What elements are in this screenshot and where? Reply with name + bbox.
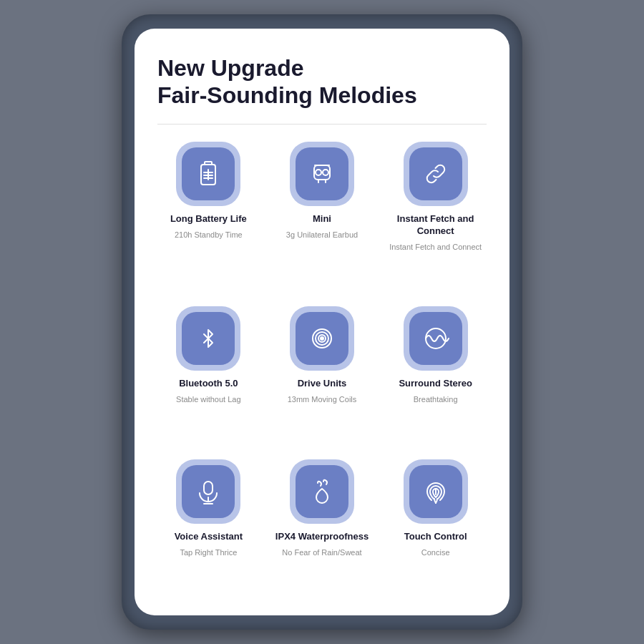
icon-outer-drive <box>290 306 354 371</box>
feature-desc-mini: 3g Unilateral Earbud <box>286 230 358 240</box>
feature-desc-surround: Breathtaking <box>414 394 458 404</box>
feature-name-surround: Surround Stereo <box>399 378 472 390</box>
svg-point-13 <box>321 337 323 340</box>
features-grid: Long Battery Life210h Standby Time Mini3… <box>157 142 487 595</box>
icon-outer-voice <box>176 459 240 524</box>
icon-inner-mini <box>296 147 348 200</box>
feature-desc-battery: 210h Standby Time <box>175 230 243 240</box>
feature-name-bluetooth: Bluetooth 5.0 <box>179 378 238 390</box>
svg-rect-15 <box>204 482 213 494</box>
card: New Upgrade Fair-Sounding Melodies Long … <box>135 29 509 615</box>
icon-outer-touch <box>404 459 468 524</box>
icon-inner-waterproof <box>296 465 348 518</box>
icon-inner-voice <box>182 465 235 518</box>
svg-rect-1 <box>205 162 212 165</box>
feature-item-connect: Instant Fetch and ConnectInstant Fetch a… <box>384 142 487 290</box>
feature-name-voice: Voice Assistant <box>175 531 243 543</box>
feature-item-drive: Drive Units13mm Moving Coils <box>271 306 374 442</box>
feature-item-battery: Long Battery Life210h Standby Time <box>157 142 260 290</box>
feature-name-waterproof: IPX4 Waterproofness <box>275 531 369 543</box>
icon-inner-drive <box>296 312 348 365</box>
feature-item-touch: Touch ControlConcise <box>384 459 487 595</box>
icon-outer-surround <box>404 306 468 371</box>
feature-desc-bluetooth: Stable without Lag <box>176 394 241 404</box>
feature-desc-voice: Tap Right Thrice <box>180 547 237 557</box>
icon-outer-bluetooth <box>176 306 240 371</box>
feature-name-touch: Touch Control <box>404 531 467 543</box>
icon-outer-battery <box>176 142 240 206</box>
icon-inner-surround <box>409 312 462 365</box>
feature-name-battery: Long Battery Life <box>170 213 247 225</box>
icon-inner-bluetooth <box>182 312 235 365</box>
feature-desc-connect: Instant Fetch and Connect <box>389 242 482 252</box>
icon-outer-mini <box>290 142 354 206</box>
feature-item-surround: Surround StereoBreathtaking <box>384 306 487 442</box>
feature-item-waterproof: IPX4 WaterproofnessNo Fear of Rain/Sweat <box>271 459 374 595</box>
feature-item-voice: Voice AssistantTap Right Thrice <box>157 459 260 595</box>
feature-name-drive: Drive Units <box>298 378 347 390</box>
icon-outer-waterproof <box>290 459 354 524</box>
card-header: New Upgrade Fair-Sounding Melodies <box>157 54 487 125</box>
phone-frame: New Upgrade Fair-Sounding Melodies Long … <box>122 14 522 630</box>
svg-point-7 <box>316 170 321 175</box>
icon-inner-connect <box>409 147 462 200</box>
title-line1: New Upgrade <box>157 54 487 82</box>
icon-outer-connect <box>404 142 468 206</box>
icon-inner-touch <box>409 465 462 518</box>
feature-item-bluetooth: Bluetooth 5.0Stable without Lag <box>157 306 260 442</box>
feature-item-mini: Mini3g Unilateral Earbud <box>271 142 374 290</box>
feature-name-connect: Instant Fetch and Connect <box>384 213 487 238</box>
feature-desc-touch: Concise <box>421 547 450 557</box>
feature-name-mini: Mini <box>313 213 331 225</box>
feature-desc-waterproof: No Fear of Rain/Sweat <box>282 547 361 557</box>
svg-point-8 <box>323 170 328 175</box>
title-line2: Fair-Sounding Melodies <box>157 82 487 109</box>
icon-inner-battery <box>182 147 235 200</box>
feature-desc-drive: 13mm Moving Coils <box>288 394 357 404</box>
